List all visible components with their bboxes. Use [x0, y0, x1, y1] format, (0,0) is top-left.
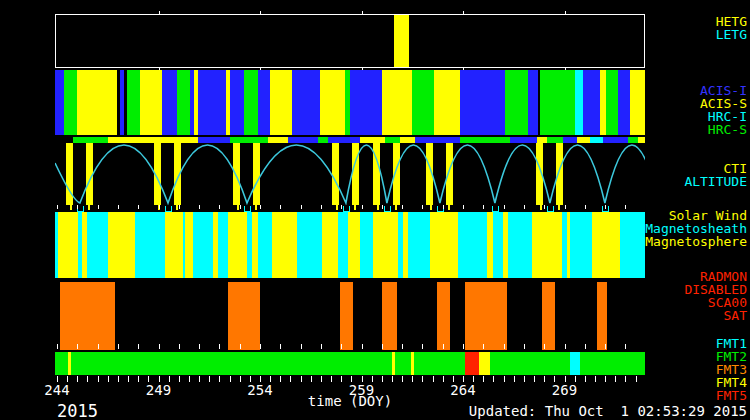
axis-tick	[615, 376, 616, 382]
perigee-yellow-dash	[354, 205, 356, 210]
year-label: 2015	[57, 401, 98, 420]
detector-segment	[77, 70, 117, 135]
perigee-yellow-dash	[430, 205, 432, 210]
day-tick	[382, 344, 383, 349]
day-tick	[422, 205, 423, 209]
solarwind-segment	[58, 212, 78, 278]
fmt-mark	[68, 352, 71, 375]
solarwind-segment	[430, 212, 458, 278]
detector-segment	[618, 70, 630, 135]
axis-tick	[331, 376, 332, 382]
day-tick	[138, 205, 139, 209]
perigee-yellow-dash	[377, 205, 379, 210]
axis-tick	[301, 376, 302, 382]
day-tick	[301, 205, 302, 209]
mission-timeline-plot: 2015 time (DOY) Updated: Thu Oct 1 02:53…	[0, 0, 750, 420]
day-tick	[463, 205, 464, 209]
detector-segment	[412, 70, 434, 135]
day-tick	[483, 205, 484, 209]
axis-tick	[382, 376, 383, 382]
detector-segment	[230, 70, 244, 135]
axis-tick	[392, 376, 393, 382]
detector-segment	[460, 70, 505, 135]
day-tick	[98, 344, 99, 349]
fmt-mark	[479, 352, 490, 375]
axis-tick-label: 249	[146, 382, 171, 398]
fmt-mark	[465, 352, 479, 375]
day-tick	[625, 344, 626, 349]
row-label-sat: SAT	[724, 309, 747, 322]
solarwind-segment	[493, 212, 503, 278]
axis-tick	[625, 376, 626, 382]
day-tick	[402, 205, 403, 209]
day-tick	[585, 344, 586, 349]
row-label-letg: LETG	[716, 28, 747, 41]
day-tick	[341, 344, 342, 349]
axis-tick	[118, 376, 119, 382]
day-tick	[179, 344, 180, 349]
fmt-mark	[392, 352, 395, 375]
perigee-yellow-dash	[70, 205, 72, 210]
axis-tick	[179, 376, 180, 382]
row-label-hrc-s: HRC-S	[708, 123, 747, 136]
axis-tick	[98, 376, 99, 382]
row-label-magnetosphere: Magnetosphere	[645, 235, 747, 248]
day-tick	[422, 344, 423, 349]
axis-tick	[504, 376, 505, 382]
solarwind-segment	[338, 212, 348, 278]
row-label-altitude: ALTITUDE	[684, 175, 747, 188]
solarwind-segment	[348, 212, 360, 278]
detector-segment	[505, 70, 528, 135]
axis-tick-label: 259	[349, 382, 374, 398]
day-tick	[321, 344, 322, 349]
frame-tick-top	[260, 11, 261, 14]
fmt-mark	[411, 352, 414, 375]
day-tick	[544, 344, 545, 349]
fmt-base	[55, 352, 645, 375]
row-label-fmt5: FMT5	[716, 389, 747, 402]
grating-frame	[55, 14, 645, 68]
solarwind-segment	[193, 212, 213, 278]
detector-segment	[540, 70, 575, 135]
frame-tick-top	[463, 11, 464, 14]
day-tick	[219, 344, 220, 349]
day-tick	[118, 344, 119, 349]
day-tick	[565, 344, 566, 349]
axis-tick	[189, 376, 190, 382]
day-tick	[565, 205, 566, 209]
detector-segment	[630, 70, 645, 135]
detector-segment	[583, 70, 600, 135]
perigee-yellow-dash	[255, 205, 257, 210]
fmt-mark	[570, 352, 580, 375]
solarwind-segment	[458, 212, 487, 278]
axis-tick	[412, 376, 413, 382]
day-tick	[280, 344, 281, 349]
day-tick	[321, 205, 322, 209]
detector-segment	[320, 70, 345, 135]
axis-tick	[483, 376, 484, 382]
day-tick	[77, 205, 78, 209]
updated-timestamp: Updated: Thu Oct 1 02:53:29 2015	[469, 403, 747, 419]
day-tick	[605, 344, 606, 349]
detector-segment	[55, 70, 64, 135]
axis-tick	[605, 376, 606, 382]
axis-tick-label: 269	[552, 382, 577, 398]
axis-tick	[209, 376, 210, 382]
axis-tick	[341, 376, 342, 382]
day-tick	[402, 344, 403, 349]
radzone-bar	[465, 282, 507, 350]
solarwind-segment	[228, 212, 247, 278]
day-tick	[483, 344, 484, 349]
solarwind-segment	[360, 212, 373, 278]
axis-tick	[534, 376, 535, 382]
detector-segment	[127, 70, 140, 135]
day-tick	[362, 205, 363, 209]
solarwind-segment	[508, 212, 532, 278]
day-tick	[443, 344, 444, 349]
day-tick	[625, 205, 626, 209]
day-tick	[240, 344, 241, 349]
perigee-yellow-dash	[176, 205, 178, 210]
perigee-yellow-dash	[336, 205, 338, 210]
axis-tick	[422, 376, 423, 382]
solarwind-segment	[408, 212, 430, 278]
